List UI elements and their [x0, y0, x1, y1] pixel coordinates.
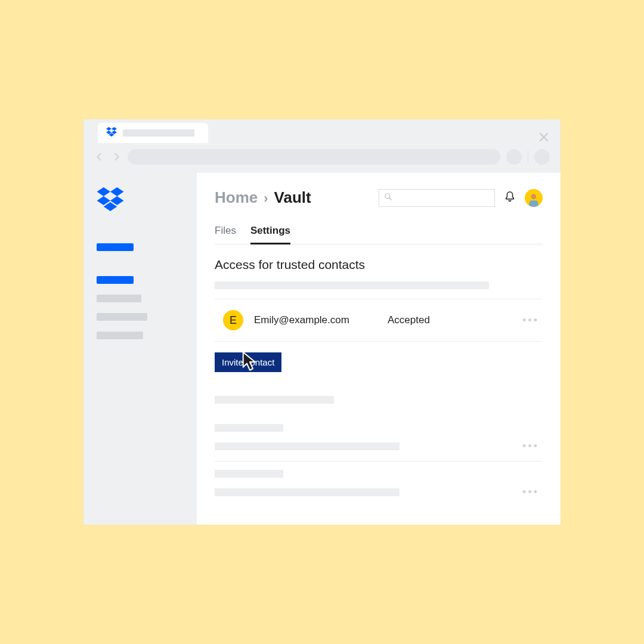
svg-point-12 [531, 194, 537, 199]
breadcrumb: Home › Vault [215, 188, 311, 207]
contact-avatar: E [223, 310, 243, 330]
sidebar [83, 173, 197, 525]
search-icon [384, 193, 392, 203]
search-input[interactable] [379, 189, 495, 207]
sidebar-item[interactable] [97, 243, 134, 251]
dropbox-logo[interactable] [97, 187, 184, 211]
contact-row: E Emily@example.com Accepted ••• [215, 299, 543, 342]
breadcrumb-current: Vault [274, 188, 311, 207]
svg-marker-6 [110, 187, 124, 196]
breadcrumb-home[interactable]: Home [215, 188, 258, 207]
contact-status: Accepted [388, 314, 430, 326]
row-more-button[interactable]: ••• [522, 314, 543, 327]
placeholder-line [215, 442, 400, 450]
contact-email: Emily@example.com [254, 314, 373, 326]
svg-rect-13 [529, 200, 538, 207]
placeholder-line [215, 488, 400, 496]
nav-forward-button[interactable] [111, 151, 122, 162]
dropbox-icon [106, 127, 117, 139]
app-body: Home › Vault [83, 173, 561, 525]
tab-files[interactable]: Files [215, 225, 236, 244]
svg-line-11 [389, 197, 392, 200]
tab-title-placeholder [123, 129, 194, 137]
browser-tabbar [83, 119, 561, 143]
placeholder-section: ••• ••• [215, 396, 543, 507]
topbar: Home › Vault [215, 188, 543, 207]
sidebar-item[interactable] [97, 313, 147, 321]
user-avatar[interactable] [525, 189, 543, 207]
invite-contact-button[interactable]: Invite contact [215, 352, 281, 372]
row-more-button[interactable]: ••• [522, 486, 543, 499]
placeholder-line [215, 424, 283, 432]
content-tabs: Files Settings [215, 225, 543, 244]
svg-marker-5 [97, 187, 111, 196]
toolbar-circle-2[interactable] [534, 149, 550, 165]
nav-back-button[interactable] [94, 151, 105, 162]
notifications-button[interactable] [503, 190, 516, 206]
url-bar[interactable] [128, 149, 500, 165]
toolbar-separator [528, 150, 528, 163]
section-description-placeholder [215, 281, 489, 289]
tab-settings[interactable]: Settings [250, 225, 290, 244]
sidebar-item[interactable] [97, 276, 134, 284]
main-content: Home › Vault [197, 173, 561, 525]
sidebar-item[interactable] [97, 332, 143, 339]
browser-toolbar [83, 143, 561, 173]
chevron-right-icon: › [264, 191, 268, 206]
window-close-button[interactable] [538, 128, 552, 143]
browser-tab[interactable] [98, 123, 208, 143]
toolbar-circle-1[interactable] [506, 149, 522, 165]
sidebar-item[interactable] [97, 295, 141, 302]
row-more-button[interactable]: ••• [522, 440, 543, 453]
svg-marker-0 [106, 127, 112, 131]
svg-marker-1 [112, 127, 117, 131]
section-title: Access for trusted contacts [215, 258, 543, 272]
placeholder-line [215, 396, 334, 404]
placeholder-line [215, 470, 283, 478]
browser-window: Home › Vault [83, 119, 561, 525]
